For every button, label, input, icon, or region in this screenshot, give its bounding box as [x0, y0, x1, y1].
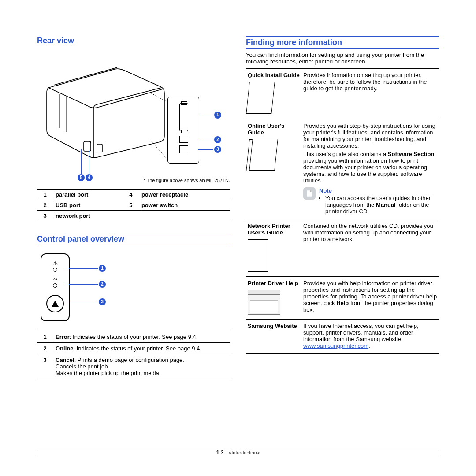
resource-title: Printer Driver Help [248, 280, 300, 286]
rear-view-figure: 1 2 3 4 5 [37, 52, 230, 176]
leader-line [69, 284, 98, 285]
figure-caption: * The figure above shows an ML-2571N. [37, 178, 230, 183]
callout-2: 2 [214, 136, 221, 143]
page-footer: 1.3 <Introduction> [37, 448, 439, 457]
network-port-icon [179, 145, 188, 153]
part-num: 2 [37, 200, 53, 211]
cp-callout-3: 3 [99, 298, 106, 305]
control-panel-heading: Control panel overview [37, 233, 230, 245]
resource-desc: If you have Internet access, you can get… [301, 320, 439, 354]
resource-desc: Provides you with help information on pr… [301, 277, 439, 320]
resource-title: Network Printer User's Guide [248, 223, 300, 236]
resource-row: Quick Install Guide Provides information… [246, 69, 439, 119]
note-label: Note [319, 187, 437, 194]
rear-ports-zoom [167, 97, 199, 164]
part-num: 4 [123, 190, 139, 200]
resource-row: Samsung Website If you have Internet acc… [246, 320, 439, 354]
cp-callout-1: 1 [99, 265, 106, 272]
note-text: You can access the user's guides in othe… [325, 195, 437, 215]
cp-extra: Cancels the print job. [56, 363, 227, 370]
cp-desc: Online: Indicates the status of your pri… [53, 343, 230, 354]
cp-desc: Error: Indicates the status of your prin… [53, 331, 230, 343]
svg-rect-1 [97, 144, 102, 152]
cp-extra: Makes the printer pick up the print medi… [56, 370, 227, 376]
part-label: network port [53, 211, 123, 221]
leader-line [69, 302, 98, 302]
leader-line [69, 268, 98, 269]
samsung-website-link[interactable]: www.samsungprinter.com [303, 342, 368, 349]
rear-parts-table: 1 parallel port 4 power receptacle 2 USB… [37, 189, 230, 221]
leader-line [81, 149, 82, 174]
warning-icon: ⚠ [52, 260, 58, 267]
resource-desc: Provides information on setting up your … [301, 69, 439, 119]
online-led-icon [53, 283, 57, 288]
chapter-label: <Introduction> [229, 450, 260, 455]
leader-line [198, 149, 213, 150]
finding-info-heading: Finding more information [246, 36, 439, 49]
caption-text: * The figure above shows an [143, 178, 206, 183]
leader-line [198, 115, 213, 115]
cp-num: 1 [37, 331, 53, 343]
resource-row: Network Printer User's Guide Contained o… [246, 219, 439, 277]
page: Rear view [37, 36, 439, 446]
leader-line [198, 140, 213, 140]
callout-3: 3 [214, 146, 221, 153]
error-led-icon [53, 268, 57, 272]
part-num: 5 [123, 200, 139, 211]
finding-info-intro: You can find information for setting up … [246, 52, 439, 65]
left-column: Rear view [37, 36, 230, 446]
right-column: Finding more information You can find in… [246, 36, 439, 446]
resource-title: Online User's Guide [248, 123, 300, 136]
part-label: USB port [53, 200, 123, 211]
parallel-port-icon [179, 103, 188, 131]
cp-num: 2 [37, 343, 53, 354]
resource-row: Online User's Guide Provides you with st… [246, 119, 439, 219]
part-label: power switch [139, 200, 230, 211]
usb-port-icon [179, 136, 188, 143]
note-icon [303, 187, 316, 200]
resources-table: Quick Install Guide Provides information… [246, 68, 439, 354]
printer-line-art [40, 61, 172, 158]
part-label: power receptacle [139, 190, 230, 200]
cp-callout-2: 2 [99, 281, 106, 288]
part-num: 1 [37, 190, 53, 200]
resource-desc: Contained on the network utilities CD, p… [301, 219, 439, 277]
cancel-button-icon [46, 295, 64, 312]
control-panel-table: 1 Error: Indicates the status of your pr… [37, 331, 230, 379]
rear-view-heading: Rear view [37, 36, 230, 45]
control-panel: ⚠ ‹·› [41, 253, 70, 321]
booklet-icon [246, 82, 275, 114]
page-number: 1.3 [216, 450, 224, 456]
online-icon: ‹·› [53, 275, 57, 282]
booklet-icon [246, 139, 275, 171]
manual-icon [248, 239, 268, 272]
control-panel-figure: ⚠ ‹·› 1 2 3 [37, 252, 230, 327]
svg-rect-0 [84, 141, 91, 151]
callout-4: 4 [86, 174, 93, 181]
caption-model: ML-2571N. [206, 178, 230, 183]
window-icon [248, 290, 280, 315]
resource-row: Printer Driver Help Provides you with he… [246, 277, 439, 320]
callout-5: 5 [78, 174, 85, 181]
note-block: Note You can access the user's guides in… [303, 187, 437, 215]
resource-title: Samsung Website [248, 323, 300, 329]
leader-line [89, 150, 89, 174]
resource-title: Quick Install Guide [248, 72, 300, 78]
resource-desc: Provides you with step-by-step instructi… [301, 119, 439, 219]
callout-1: 1 [214, 112, 221, 119]
part-label: parallel port [53, 190, 123, 200]
cp-desc: Cancel: Prints a demo page or configurat… [53, 354, 230, 379]
part-num: 3 [37, 211, 53, 221]
cp-num: 3 [37, 354, 53, 379]
